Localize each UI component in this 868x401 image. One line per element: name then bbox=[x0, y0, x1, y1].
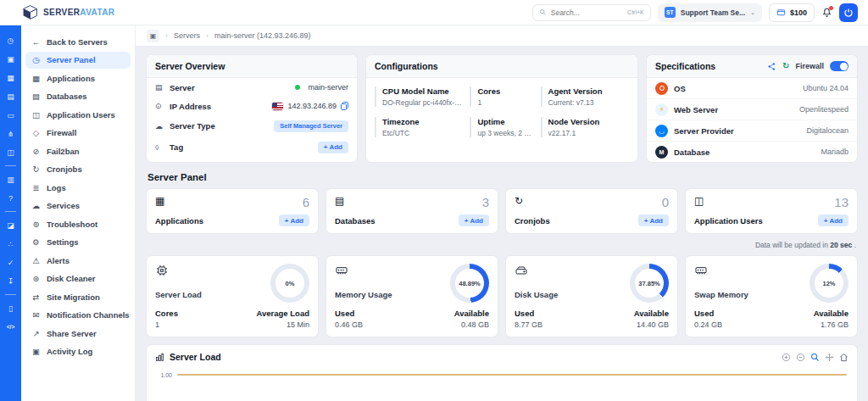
database-icon: ▤ bbox=[335, 196, 344, 206]
breadcrumb-current: main-server (142.93.246.89) bbox=[214, 31, 311, 40]
sidebar-item-services[interactable]: ☁Services bbox=[25, 198, 131, 214]
rail-teams-icon[interactable]: ◫ bbox=[7, 145, 14, 159]
metric-label: Available bbox=[814, 309, 849, 318]
field-value: Current: v7.13 bbox=[548, 98, 629, 107]
rail-devices-icon[interactable]: ▯ bbox=[8, 301, 13, 315]
rail-sitemap-icon[interactable]: ∴ bbox=[8, 237, 14, 251]
rail-dashboard-icon[interactable]: ◷ bbox=[8, 33, 14, 47]
card-title: Server Overview bbox=[147, 55, 357, 78]
sidebar-item-logs[interactable]: ≣Logs bbox=[25, 179, 131, 196]
sidebar-item-label: Site Migration bbox=[47, 292, 100, 302]
sidebar-item-fail2ban[interactable]: ⊘Fail2ban bbox=[25, 142, 131, 159]
config-uptime: Uptimeup 3 weeks, 2 days, 8 hours, ... bbox=[470, 117, 533, 137]
sidebar-item-alerts[interactable]: ⚠Alerts bbox=[25, 252, 131, 269]
spec-os-row: OS Ubuntu 24.04 bbox=[647, 78, 857, 98]
sidebar-item-server-panel[interactable]: ◷Server Panel bbox=[25, 52, 131, 69]
cloud-icon: ☁ bbox=[155, 122, 164, 131]
metric-label: Used bbox=[515, 309, 542, 318]
sidebar-item-notification-channels[interactable]: ✉Notification Channels bbox=[25, 307, 131, 324]
rail-api-icon[interactable]: </> bbox=[7, 320, 14, 334]
metric-value: 1 bbox=[155, 320, 178, 329]
field-value: up 3 weeks, 2 days, 8 hours, ... bbox=[477, 129, 533, 137]
rail-help-icon[interactable]: ? bbox=[8, 191, 13, 205]
rail-storage-icon[interactable]: ▭ bbox=[7, 108, 14, 122]
rail-divider bbox=[5, 165, 16, 166]
team-selector[interactable]: ST Support Team Se... ⌄ bbox=[658, 3, 762, 22]
sidebar-item-label: Fail2ban bbox=[47, 147, 80, 156]
envelope-icon: ✉ bbox=[31, 310, 41, 320]
sidebar-item-label: Firewall bbox=[47, 128, 76, 137]
sidebar-item-applications[interactable]: ▦Applications bbox=[25, 70, 131, 86]
stat-label: Application Users bbox=[694, 216, 763, 226]
field-label: Timezone bbox=[382, 117, 463, 126]
share-nodes-icon[interactable] bbox=[767, 62, 776, 71]
ban-icon: ⊘ bbox=[31, 147, 41, 156]
sidebar-item-application-users[interactable]: ◫Application Users bbox=[25, 106, 131, 123]
sidebar-item-troubleshoot[interactable]: ⊚Troubleshoot bbox=[25, 215, 131, 232]
brand-name: SERVERAVATAR bbox=[43, 8, 114, 17]
firewall-toggle[interactable] bbox=[830, 61, 849, 71]
rail-divider bbox=[5, 294, 16, 295]
sidebar-item-label: Activity Log bbox=[47, 347, 92, 356]
add-database-button[interactable]: + Add bbox=[459, 214, 489, 226]
search-input[interactable] bbox=[551, 8, 623, 17]
sidebar-item-site-migration[interactable]: ⇄Site Migration bbox=[25, 288, 131, 305]
rail-analytics-icon[interactable]: ◪ bbox=[7, 218, 14, 232]
copy-icon[interactable] bbox=[341, 102, 348, 110]
card-title: Configurations bbox=[366, 55, 637, 78]
zoom-out-icon[interactable] bbox=[796, 353, 805, 362]
pan-icon[interactable] bbox=[825, 353, 834, 362]
zoom-in-icon[interactable] bbox=[782, 353, 791, 362]
chevron-right-icon: › bbox=[206, 31, 209, 40]
sidebar-item-settings[interactable]: ⚙Settings bbox=[25, 234, 131, 251]
sidebar-item-cronjobs[interactable]: ↻Cronjobs bbox=[25, 161, 131, 178]
home-reset-icon[interactable] bbox=[839, 353, 849, 362]
rail-network-icon[interactable]: ⋔ bbox=[8, 126, 14, 141]
rail-status-icon[interactable]: ✓ bbox=[8, 255, 14, 270]
metric-label: Cores bbox=[155, 309, 178, 318]
sidebar-item-share-server[interactable]: ↗Share Server bbox=[25, 325, 131, 342]
gauge-percent: 0% bbox=[275, 269, 304, 298]
add-application-button[interactable]: + Add bbox=[279, 214, 309, 226]
stat-label: Cronjobs bbox=[515, 216, 550, 226]
field-label: Server Type bbox=[170, 121, 215, 131]
add-tag-button[interactable]: + Add bbox=[318, 142, 348, 153]
sidebar-item-back-to-servers[interactable]: ←Back to Servers bbox=[25, 33, 131, 50]
search-box[interactable]: Ctrl+K bbox=[532, 4, 651, 21]
rail-billing-icon[interactable]: ▥ bbox=[7, 172, 14, 187]
sidebar-item-label: Alerts bbox=[47, 256, 70, 265]
sidebar-item-label: Services bbox=[47, 201, 80, 210]
team-avatar: ST bbox=[665, 7, 676, 18]
swap-memory-gauge: 12% bbox=[810, 264, 849, 303]
rail-servers-icon[interactable]: ▣ bbox=[7, 52, 14, 66]
us-flag-icon bbox=[272, 103, 283, 110]
balance-button[interactable]: $100 bbox=[769, 3, 815, 22]
rail-applications-icon[interactable]: ▦ bbox=[7, 70, 14, 85]
brand-logo[interactable]: SERVERAVATAR bbox=[10, 4, 114, 20]
field-value: 1 bbox=[477, 98, 533, 107]
power-button[interactable] bbox=[839, 3, 858, 22]
rail-deploy-icon[interactable]: ↧ bbox=[8, 274, 14, 288]
icon-rail: ◷ ▣ ▦ ▤ ▭ ⋔ ◫ ▥ ? ◪ ∴ ✓ ↧ ▯ </> bbox=[0, 25, 21, 401]
add-application-user-button[interactable]: + Add bbox=[818, 214, 849, 226]
breadcrumb-servers-link[interactable]: Servers bbox=[174, 31, 200, 40]
countdown-value: 20 sec bbox=[830, 241, 852, 249]
specifications-card: Specifications ↻ Firewall OS Ubuntu 24.0… bbox=[646, 54, 858, 163]
overview-server-row: ▤Server main-server bbox=[147, 78, 357, 97]
add-cronjob-button[interactable]: + Add bbox=[638, 214, 669, 226]
refresh-icon[interactable]: ↻ bbox=[782, 62, 789, 70]
chevron-down-icon: ⌄ bbox=[750, 9, 755, 16]
sidebar-item-activity-log[interactable]: ▣Activity Log bbox=[25, 343, 131, 360]
breadcrumb-server-icon[interactable]: ▣ bbox=[147, 30, 159, 42]
ubuntu-logo-icon bbox=[655, 82, 668, 95]
sidebar-item-firewall[interactable]: ◇Firewall bbox=[25, 125, 131, 142]
selection-zoom-icon[interactable] bbox=[810, 353, 820, 362]
server-type-badge: Self Managed Server bbox=[274, 120, 348, 132]
field-value: Openlitespeed bbox=[799, 105, 849, 114]
sidebar-item-label: Server Panel bbox=[47, 55, 96, 64]
sidebar-item-disk-cleaner[interactable]: ⊛Disk Cleaner bbox=[25, 270, 131, 287]
notifications-button[interactable] bbox=[821, 7, 832, 18]
sidebar-item-databases[interactable]: ▤Databases bbox=[25, 88, 131, 105]
metric-value: 8.77 GB bbox=[515, 320, 542, 329]
rail-databases-icon[interactable]: ▤ bbox=[7, 89, 14, 103]
